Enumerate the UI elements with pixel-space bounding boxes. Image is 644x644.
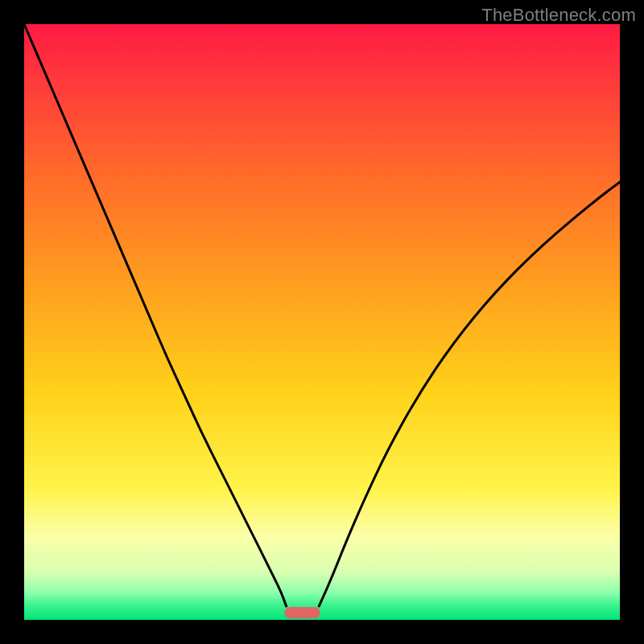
marker-group (284, 607, 320, 618)
chart-frame: TheBottleneck.com (0, 0, 644, 644)
plot-area (24, 24, 620, 620)
attribution-label: TheBottleneck.com (481, 5, 636, 26)
bottom-marker (284, 607, 320, 618)
gradient-background (24, 24, 620, 620)
chart-svg (24, 24, 620, 620)
